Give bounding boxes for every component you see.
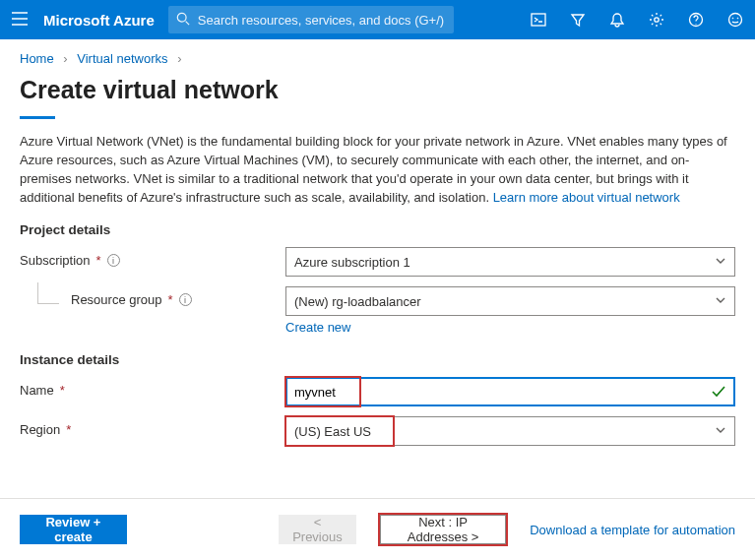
- valid-check-icon: [711, 384, 726, 403]
- page-title: Create virtual network: [0, 72, 755, 116]
- svg-point-2: [655, 18, 659, 22]
- highlight-next: Next : IP Addresses >: [378, 513, 508, 546]
- region-label: Region: [20, 422, 60, 437]
- subscription-value: Azure subscription 1: [294, 255, 410, 270]
- row-resource-group: Resource group * i (New) rg-loadbalancer…: [20, 286, 735, 335]
- chevron-right-icon: ›: [57, 51, 73, 66]
- resource-group-select[interactable]: (New) rg-loadbalancer: [285, 286, 735, 316]
- download-template-link[interactable]: Download a template for automation: [530, 523, 735, 537]
- search-icon: [176, 12, 192, 29]
- region-select[interactable]: (US) East US: [285, 416, 735, 446]
- top-bar: Microsoft Azure: [0, 0, 755, 39]
- row-name: Name *: [20, 377, 735, 406]
- global-search[interactable]: [168, 6, 454, 33]
- resource-group-value: (New) rg-loadbalancer: [294, 294, 421, 309]
- previous-button[interactable]: < Previous: [279, 515, 356, 544]
- resource-group-label: Resource group: [71, 292, 162, 307]
- section-project-details: Project details: [20, 222, 735, 237]
- name-input-wrapper: [285, 377, 735, 406]
- subscription-select[interactable]: Azure subscription 1: [285, 247, 735, 277]
- section-instance-details: Instance details: [20, 352, 735, 367]
- breadcrumb-home[interactable]: Home: [20, 51, 54, 66]
- next-button[interactable]: Next : IP Addresses >: [380, 515, 506, 544]
- required-icon: *: [66, 422, 71, 437]
- cloud-shell-icon[interactable]: [519, 0, 558, 39]
- breadcrumb: Home › Virtual networks ›: [0, 39, 755, 72]
- help-icon[interactable]: [676, 0, 716, 39]
- svg-point-0: [177, 13, 186, 22]
- menu-toggle[interactable]: [0, 10, 39, 31]
- breadcrumb-vnets[interactable]: Virtual networks: [77, 51, 167, 66]
- required-icon: *: [96, 253, 101, 268]
- wizard-footer: Review + create < Previous Next : IP Add…: [0, 498, 755, 560]
- info-icon[interactable]: i: [107, 254, 120, 267]
- review-create-button[interactable]: Review + create: [20, 515, 127, 544]
- row-subscription: Subscription * i Azure subscription 1: [20, 247, 735, 277]
- tab-strip: [20, 116, 735, 119]
- search-input[interactable]: [198, 13, 446, 28]
- learn-more-link[interactable]: Learn more about virtual network: [493, 190, 680, 205]
- intro-text: Azure Virtual Network (VNet) is the fund…: [20, 133, 735, 207]
- subscription-label: Subscription: [20, 253, 91, 268]
- filter-icon[interactable]: [558, 0, 598, 39]
- info-icon[interactable]: i: [179, 293, 192, 306]
- name-input[interactable]: [294, 385, 726, 400]
- feedback-icon[interactable]: [716, 0, 755, 39]
- header-actions: [519, 0, 755, 39]
- settings-icon[interactable]: [637, 0, 676, 39]
- chevron-right-icon: ›: [171, 51, 187, 66]
- svg-point-5: [732, 18, 733, 19]
- brand-label: Microsoft Azure: [39, 12, 168, 29]
- create-new-rg-link[interactable]: Create new: [285, 320, 350, 335]
- region-value: (US) East US: [294, 424, 371, 439]
- chevron-down-icon: [715, 294, 726, 306]
- chevron-down-icon: [715, 255, 726, 267]
- svg-point-6: [737, 18, 738, 19]
- tab-basics-indicator: [20, 116, 55, 119]
- svg-point-4: [729, 14, 742, 27]
- notifications-icon[interactable]: [598, 0, 637, 39]
- tree-connector: [37, 282, 59, 304]
- required-icon: *: [168, 292, 173, 307]
- required-icon: *: [60, 383, 65, 398]
- row-region: Region * (US) East US: [20, 416, 735, 446]
- name-label: Name: [20, 383, 54, 398]
- chevron-down-icon: [715, 424, 726, 436]
